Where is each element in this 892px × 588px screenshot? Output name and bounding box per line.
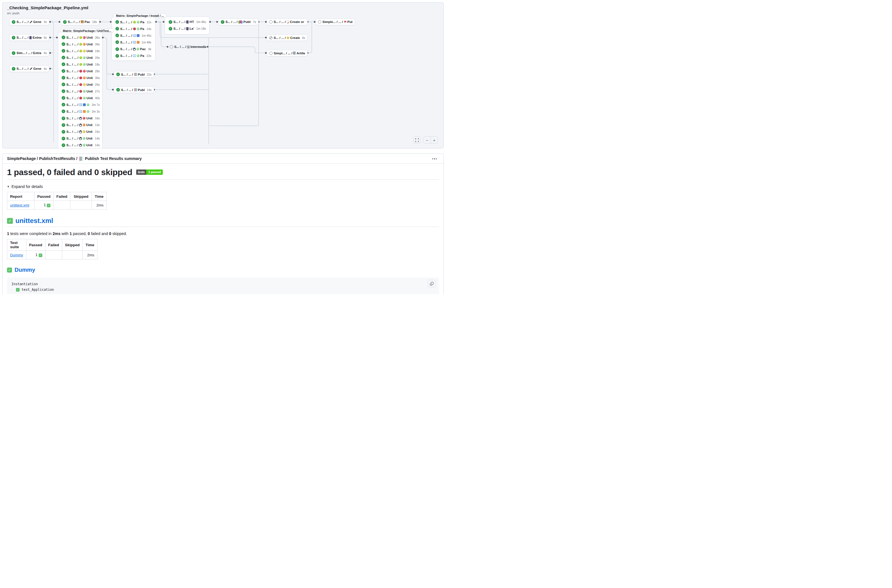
test-output-block: Instantiation test_Application	[7, 278, 439, 294]
node-create-or-update-release[interactable]: S... / ... /Create or Update R...	[267, 18, 307, 25]
node-label: LaTeX Docu...	[190, 27, 194, 30]
node-generate-pipeline-2[interactable]: S... / ... /Generate pipelin...4s	[9, 65, 49, 72]
ball-orange-icon	[83, 76, 86, 79]
node-unit-tests-16[interactable]: S... / ... /Unit Tests - ...14s	[60, 136, 101, 141]
node-unit-tests-6[interactable]: S... / ... /Unit Tests - ...28s	[60, 68, 101, 74]
ball-green-icon	[87, 104, 89, 106]
node-unit-tests-15[interactable]: S... / ... /Unit Tests - ...15s	[60, 129, 101, 135]
node-package-install-1[interactable]: S... / ... /Package ins...11s	[114, 20, 153, 25]
node-duration: 13s	[94, 123, 100, 127]
node-unit-tests-12[interactable]: S... / ... /Unit T...2m 3s	[60, 109, 101, 114]
status-success-icon	[115, 20, 119, 24]
node-unit-tests-14[interactable]: S... / ... /Unit Tests - ...13s	[60, 122, 101, 128]
node-duration: 28s	[94, 69, 100, 73]
zoom-out-button[interactable]: −	[424, 137, 430, 143]
workflow-graph-panel: _Checking_SimplePackage_Pipeline.yml on:…	[2, 2, 444, 148]
node-unit-tests-9[interactable]: S... / ... /Unit Tests - ...27s	[60, 88, 101, 94]
node-label: Intermediate Artifa...	[190, 45, 206, 48]
node-label: Unit Tests - ...	[87, 83, 93, 86]
node-unit-tests-11[interactable]: S... / ... /Unit T...2m 7s	[60, 102, 101, 108]
node-unit-tests-1[interactable]: S... / ... /Unit Tests - ...36s	[60, 35, 101, 40]
suite-link[interactable]: Dummy	[10, 253, 23, 257]
node-package-install-2[interactable]: S... / ... /Package ins...14s	[114, 26, 153, 32]
node-generate-pipeline-1[interactable]: S... / ... /Generate pipelin...3s	[9, 18, 49, 25]
ball-green-icon	[83, 56, 86, 59]
book-icon	[29, 36, 32, 39]
group-install-label: Matrix: SimplePackage / Install / ...	[114, 14, 166, 17]
expand-details-toggle[interactable]: ▼ Expand for details	[7, 184, 439, 189]
status-success-icon	[61, 56, 65, 59]
status-success-icon	[61, 137, 65, 140]
node-package-install-6[interactable]: S... / ... /Package ins...22s	[114, 53, 153, 58]
node-unit-tests-10[interactable]: S... / ... /Unit Tests - ...40s	[60, 95, 101, 101]
penguin-icon	[79, 144, 82, 147]
status-success-icon	[115, 27, 119, 30]
node-duration: 1m 46s	[195, 20, 206, 24]
node-package-install-5[interactable]: S... / ... /Package inst...9s	[114, 46, 153, 52]
report-link[interactable]: unittest.xml	[10, 203, 29, 207]
node-html-documentation[interactable]: S... / ... /HTML Docu...1m 46s	[167, 19, 207, 25]
status-success-icon	[116, 88, 120, 92]
status-skipped-icon	[269, 36, 273, 39]
chart-icon	[134, 73, 137, 76]
trash-icon	[293, 52, 295, 55]
windows-icon	[79, 110, 82, 113]
breadcrumb: SimplePackage / PublishTestResults /	[7, 156, 77, 161]
suite-section-link[interactable]: Dummy	[15, 267, 35, 273]
node-create-tag[interactable]: S... / ... /Create tag '${{ in...0s	[267, 34, 307, 41]
ball-yellow-icon	[82, 130, 85, 133]
status-success-icon	[61, 130, 65, 134]
node-publish-to-gh-pages[interactable]: S... / ... /Publish to GH-P...7s	[218, 18, 259, 25]
test-case-name: test_Application	[22, 287, 54, 292]
apple-green-icon	[79, 43, 82, 46]
chart-icon	[134, 88, 137, 92]
kebab-menu-button[interactable]	[430, 157, 439, 161]
node-intermediate-artifacts[interactable]: S... / ... /Intermediate Artifa...	[168, 44, 208, 50]
node-publish-to-pypi[interactable]: Simple... / ... /Publish to PyPI	[315, 18, 355, 25]
node-artifact-cleanup[interactable]: Simpl... / ... /Artifact Cleanup	[267, 50, 307, 56]
node-package-install-4[interactable]: S... / ... /Packa...1m 48s	[114, 39, 153, 45]
table-header-row: Test suite Passed Failed Skipped Time	[7, 239, 97, 251]
results-heading: 1 passed, 0 failed and 0 skippedtests1 p…	[7, 168, 439, 180]
apple-red-icon	[79, 97, 82, 99]
node-package-in-source[interactable]: S... / ... /Package in Sou...18s	[60, 18, 99, 25]
node-unit-tests-13[interactable]: S... / ... /Unit Tests - ...16s	[60, 116, 101, 121]
node-label: Publish Code C...	[138, 73, 145, 76]
report-table: Report Passed Failed Skipped Time unitte…	[7, 192, 107, 210]
node-package-install-3[interactable]: S... / ... /Packa...1m 45s	[114, 33, 153, 38]
node-duration: 2m 7s	[90, 103, 100, 106]
tag-icon	[286, 36, 289, 39]
status-success-icon	[169, 27, 172, 30]
copy-button[interactable]	[428, 280, 436, 288]
package-icon	[81, 21, 84, 23]
node-unit-tests-5[interactable]: S... / ... /Unit Tests - ...18s	[60, 62, 101, 67]
node-label: HTML Docu...	[190, 20, 194, 24]
node-extract-information[interactable]: Sim... / ... /Extract Information4s	[9, 50, 49, 56]
node-label: Unit Tests - ...	[87, 43, 93, 46]
node-unit-tests-7[interactable]: S... / ... /Unit Tests - ...30s	[60, 75, 101, 81]
file-section-link[interactable]: unittest.xml	[15, 217, 53, 225]
summary-panel: SimplePackage / PublishTestResults / Pub…	[2, 153, 444, 294]
ball-red-icon	[82, 117, 85, 120]
node-latex-documentation[interactable]: S... / ... /LaTeX Docu...1m 18s	[167, 26, 207, 32]
node-extract-configuration[interactable]: S... / ... /Extract configur...6s	[9, 34, 49, 41]
node-publish-code-coverage[interactable]: S... / ... /Publish Code C...22s	[114, 71, 154, 78]
windows-icon	[79, 104, 82, 106]
node-duration: 4s	[43, 67, 47, 70]
table-header-row: Report Passed Failed Skipped Time	[7, 192, 107, 201]
node-unit-tests-4[interactable]: S... / ... /Unit Tests - ...20s	[60, 55, 101, 60]
ball-green-icon	[82, 137, 85, 140]
books-icon	[240, 21, 241, 23]
node-unit-tests-2[interactable]: S... / ... /Unit Tests - ...39s	[60, 42, 101, 47]
fullscreen-button[interactable]	[413, 136, 421, 144]
node-unit-tests-3[interactable]: S... / ... /Unit Tests - ...19s	[60, 48, 101, 54]
status-success-icon	[61, 96, 65, 100]
ball-green-icon	[87, 110, 89, 113]
status-success-icon	[61, 123, 65, 127]
zoom-in-button[interactable]: +	[430, 137, 438, 143]
node-unit-tests-17[interactable]: S... / ... /Unit Tests - ...14s	[60, 142, 101, 148]
node-label: Package ins...	[140, 21, 145, 24]
node-duration: 30s	[94, 76, 100, 80]
node-publish-test-results[interactable]: S... / ... /Publish Test Re...14s	[114, 87, 154, 93]
node-unit-tests-8[interactable]: S... / ... /Unit Tests - ...25s	[60, 82, 101, 87]
